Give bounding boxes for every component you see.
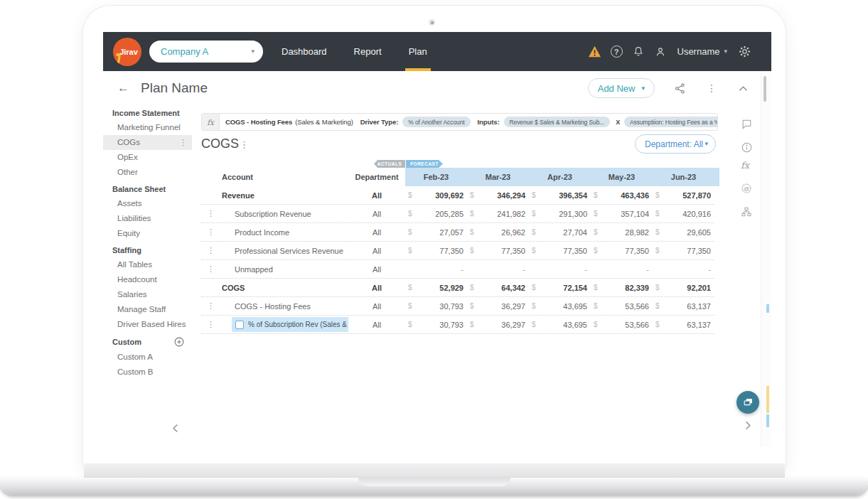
account-icon[interactable] <box>654 45 667 58</box>
assumptions-icon[interactable]: @ <box>741 183 752 194</box>
formulas-icon[interactable]: fx <box>741 160 749 171</box>
value-cell[interactable]: - <box>405 265 467 274</box>
value-cell[interactable]: $53,566 <box>591 321 653 329</box>
value-cell[interactable]: $29,605 <box>653 228 714 237</box>
value-cell[interactable]: $357,104 <box>591 210 653 218</box>
value-cell[interactable]: $291,300 <box>529 210 591 218</box>
table-row[interactable]: ⋮ % of Subscription Rev (Sales & Marketi… <box>201 316 714 334</box>
user-menu[interactable]: Username ▾ <box>677 46 728 57</box>
scrollbar-thumb[interactable] <box>763 76 766 102</box>
checkbox[interactable] <box>235 321 244 329</box>
column-header-month[interactable]: Mar-23 <box>467 173 529 181</box>
info-icon[interactable] <box>741 141 753 154</box>
column-header-account[interactable]: Account <box>220 173 348 181</box>
sidebar-item-equity[interactable]: Equity <box>103 226 192 241</box>
value-cell[interactable]: $43,695 <box>529 302 591 311</box>
nav-plan[interactable]: Plan <box>409 32 427 71</box>
input-chip-revenue[interactable]: Revenue $ Sales & Marketing Sub... <box>504 117 611 127</box>
company-selector[interactable]: Company A ▾ <box>149 41 263 63</box>
value-cell[interactable]: $72,154 <box>529 284 591 292</box>
add-custom-icon[interactable] <box>174 337 184 347</box>
table-row[interactable]: ⋮ Professional Services Revenue All $77,… <box>201 242 714 260</box>
table-row[interactable]: ⋮ Unmapped All - - - - - <box>201 260 714 279</box>
org-chart-icon[interactable] <box>741 206 752 218</box>
table-row[interactable]: ⋮ COGS - Hosting Fees All $30,793 $36,29… <box>201 297 714 316</box>
driver-type-chip[interactable]: % of Another Account <box>402 117 470 127</box>
sidebar-item-liabilities[interactable]: Liabilities <box>103 211 192 226</box>
nav-dashboard[interactable]: Dashboard <box>282 32 327 71</box>
column-header-month[interactable]: Apr-23 <box>529 173 591 181</box>
chat-fab-button[interactable] <box>736 391 759 414</box>
value-cell[interactable]: $77,350 <box>591 247 653 255</box>
expand-right-icon[interactable] <box>745 421 751 430</box>
value-cell[interactable]: $30,793 <box>405 321 467 329</box>
driver-row-highlight[interactable]: % of Subscription Rev (Sales & Marketing… <box>232 317 348 332</box>
row-menu-icon[interactable]: ⋮ <box>201 320 220 329</box>
sidebar-item-custom-a[interactable]: Custom A <box>103 350 192 365</box>
column-header-department[interactable]: Department <box>348 173 405 181</box>
value-cell[interactable]: $241,982 <box>467 210 529 218</box>
value-cell[interactable]: $43,695 <box>529 321 591 329</box>
sidebar-item-headcount[interactable]: Headcount <box>103 272 192 287</box>
value-cell[interactable]: $63,137 <box>653 321 714 329</box>
sidebar-item-opex[interactable]: OpEx <box>103 150 192 165</box>
table-row[interactable]: ⋮ Product Income All $27,057 $26,962 $27… <box>201 223 714 242</box>
value-cell[interactable]: - <box>529 265 591 274</box>
item-menu-icon[interactable]: ⋮ <box>179 135 187 150</box>
value-cell[interactable]: $77,350 <box>467 247 529 255</box>
sidebar-item-assets[interactable]: Assets <box>103 196 192 211</box>
value-cell[interactable]: $527,870 <box>653 191 714 200</box>
sidebar-collapse-icon[interactable] <box>172 424 178 433</box>
sidebar-item-custom-b[interactable]: Custom B <box>103 365 192 380</box>
value-cell[interactable]: $30,793 <box>405 302 467 311</box>
value-cell[interactable]: $63,137 <box>653 302 714 311</box>
department-filter[interactable]: Department: All ▾ <box>635 134 716 154</box>
value-cell[interactable]: $77,350 <box>653 247 714 255</box>
sidebar-item-cogs[interactable]: COGs⋮ <box>103 135 192 150</box>
notifications-icon[interactable] <box>632 45 645 58</box>
value-cell[interactable]: $52,929 <box>405 284 467 292</box>
value-cell[interactable]: $77,350 <box>405 247 467 255</box>
help-icon[interactable]: ? <box>611 45 623 58</box>
column-header-month[interactable]: Feb-23 <box>405 173 467 181</box>
table-row[interactable]: COGS All $52,929 $64,342 $72,154 $82,339… <box>201 279 714 297</box>
value-cell[interactable]: - <box>653 265 714 274</box>
column-header-month[interactable]: Jun-23 <box>653 173 714 181</box>
settings-icon[interactable] <box>738 45 751 58</box>
value-cell[interactable]: $463,436 <box>591 191 653 200</box>
value-cell[interactable]: $36,297 <box>467 302 529 311</box>
input-chip-assumption[interactable]: Assumptiion: Hosting Fees as a % of Reve… <box>624 117 718 127</box>
sidebar-item-other[interactable]: Other <box>103 165 192 180</box>
column-header-month[interactable]: May-23 <box>591 173 653 181</box>
value-cell[interactable]: $420,916 <box>653 210 714 218</box>
value-cell[interactable]: - <box>591 265 653 274</box>
sidebar-item-all-tables[interactable]: All Tables <box>103 257 192 272</box>
value-cell[interactable]: $27,704 <box>529 228 591 237</box>
share-icon[interactable] <box>674 82 686 95</box>
warning-icon[interactable] <box>588 45 601 58</box>
row-menu-icon[interactable]: ⋮ <box>201 227 220 237</box>
table-row[interactable]: ⋮ Subscription Revenue All $205,285 $241… <box>201 205 714 223</box>
sidebar-item-driver-based-hires[interactable]: Driver Based Hires <box>103 317 192 332</box>
value-cell[interactable]: $26,962 <box>467 228 529 237</box>
row-menu-icon[interactable]: ⋮ <box>201 301 220 311</box>
value-cell[interactable]: $77,350 <box>529 247 591 255</box>
value-cell[interactable]: $28,982 <box>591 228 653 237</box>
row-menu-icon[interactable]: ⋮ <box>201 264 220 274</box>
value-cell[interactable]: $36,297 <box>467 321 529 329</box>
comments-icon[interactable] <box>741 118 753 130</box>
nav-report[interactable]: Report <box>354 32 382 71</box>
value-cell[interactable]: $396,354 <box>529 191 591 200</box>
sidebar-item-marketing-funnel[interactable]: Marketing Funnel <box>103 120 192 135</box>
value-cell[interactable]: $205,285 <box>405 210 467 218</box>
value-cell[interactable]: $82,339 <box>591 284 653 292</box>
sidebar-item-salaries[interactable]: Salaries <box>103 287 192 302</box>
collapse-panel-icon[interactable] <box>739 85 748 92</box>
jirav-logo[interactable]: Jirav <box>113 38 141 66</box>
value-cell[interactable]: $53,566 <box>591 302 653 311</box>
value-cell[interactable]: $309,692 <box>405 191 467 200</box>
row-menu-icon[interactable]: ⋮ <box>201 246 220 255</box>
value-cell[interactable]: $92,201 <box>653 284 714 292</box>
value-cell[interactable]: - <box>467 265 529 274</box>
value-cell[interactable]: $64,342 <box>467 284 529 292</box>
